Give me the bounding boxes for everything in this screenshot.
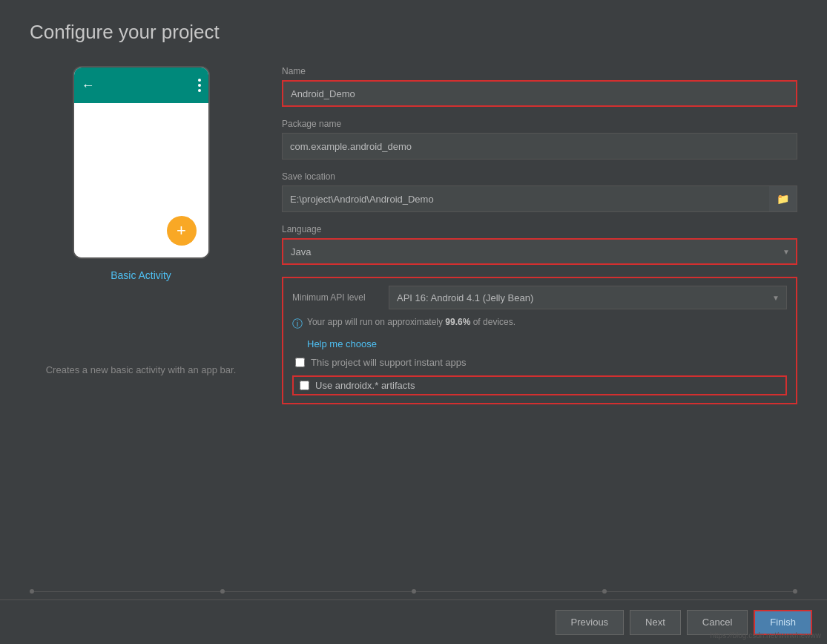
- api-select-wrapper: API 16: Android 4.1 (Jelly Bean) API 17:…: [389, 286, 787, 309]
- phone-body: +: [74, 103, 208, 257]
- step-line-4: [607, 591, 793, 592]
- instant-apps-checkbox[interactable]: [295, 358, 305, 367]
- androidx-row: Use androidx.* artifacts: [292, 375, 787, 395]
- info-text: Your app will run on approximately 99.6%…: [307, 317, 515, 327]
- step-line-1: [34, 591, 220, 592]
- help-link[interactable]: Help me choose: [307, 338, 787, 349]
- activity-label: Basic Activity: [111, 269, 171, 281]
- min-api-select[interactable]: API 16: Android 4.1 (Jelly Bean) API 17:…: [389, 286, 787, 309]
- save-location-group: Save location 📁: [282, 171, 797, 212]
- language-group: Language Java Kotlin ▼: [282, 224, 797, 265]
- androidx-checkbox[interactable]: [300, 381, 309, 390]
- step-dot-5: [793, 589, 797, 594]
- language-select[interactable]: Java Kotlin: [282, 238, 797, 265]
- api-level-section: Minimum API level API 16: Android 4.1 (J…: [282, 277, 797, 404]
- description-text: Creates a new basic activity with an app…: [39, 363, 244, 378]
- folder-browse-button[interactable]: 📁: [769, 186, 797, 211]
- page-title: Configure your project: [0, 0, 827, 59]
- package-input[interactable]: [282, 133, 797, 160]
- steps-container: [0, 585, 827, 598]
- min-api-label: Minimum API level: [292, 292, 381, 303]
- save-location-label: Save location: [282, 171, 797, 182]
- phone-topbar: ←: [74, 68, 208, 103]
- left-panel: ← + Basic Activity Creates a new basic a…: [30, 66, 252, 404]
- menu-icon: [198, 79, 201, 92]
- info-icon: ⓘ: [292, 318, 303, 331]
- next-button[interactable]: Next: [630, 610, 681, 635]
- watermark-url: https://blog.csdn.net/www/newww: [710, 631, 821, 640]
- instant-apps-label: This project will support instant apps: [311, 357, 467, 368]
- right-panel: Name Package name Save location 📁 Langua…: [282, 66, 797, 404]
- api-level-row: Minimum API level API 16: Android 4.1 (J…: [292, 286, 787, 309]
- step-line-2: [225, 591, 411, 592]
- instant-apps-row: This project will support instant apps: [295, 357, 787, 368]
- info-row: ⓘ Your app will run on approximately 99.…: [292, 317, 787, 331]
- fab-button: +: [167, 216, 197, 246]
- save-location-field: 📁: [282, 185, 797, 212]
- phone-mockup: ← +: [73, 66, 210, 259]
- previous-button[interactable]: Previous: [556, 610, 625, 635]
- bottom-bar: Previous Next Cancel Finish: [0, 599, 827, 644]
- step-line-3: [416, 591, 602, 592]
- name-group: Name: [282, 66, 797, 107]
- androidx-label: Use androidx.* artifacts: [315, 380, 415, 391]
- package-group: Package name: [282, 119, 797, 160]
- name-input[interactable]: [282, 80, 797, 107]
- language-select-wrapper: Java Kotlin ▼: [282, 238, 797, 265]
- folder-icon: 📁: [777, 193, 789, 205]
- back-icon: ←: [82, 78, 95, 93]
- package-label: Package name: [282, 119, 797, 129]
- save-location-input[interactable]: [283, 186, 769, 211]
- name-label: Name: [282, 66, 797, 76]
- language-label: Language: [282, 224, 797, 234]
